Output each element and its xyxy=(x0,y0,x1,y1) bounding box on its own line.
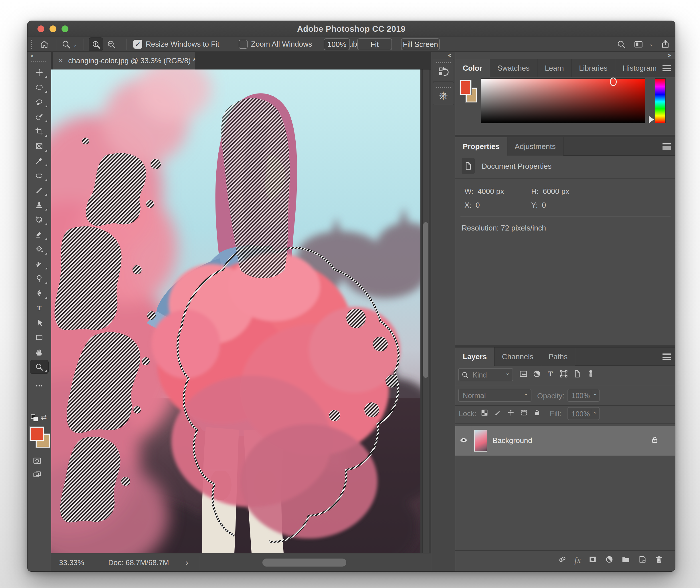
opacity-input[interactable]: 100% ⌄ xyxy=(568,389,600,402)
layer-row-background[interactable]: Background xyxy=(455,426,675,456)
dodge-tool[interactable] xyxy=(30,272,49,285)
zoom-out-button[interactable] xyxy=(106,39,116,50)
new-layer-icon[interactable] xyxy=(638,555,647,565)
hand-tool[interactable] xyxy=(30,345,49,359)
toolbar-expand-icon[interactable]: » xyxy=(30,52,34,59)
foreground-color-swatch[interactable] xyxy=(30,427,44,441)
history-brush-tool[interactable] xyxy=(30,213,49,227)
layer-name[interactable]: Background xyxy=(493,436,532,445)
type-tool[interactable]: T xyxy=(30,301,49,315)
fill-screen-button[interactable]: Fill Screen xyxy=(401,38,440,50)
width-value[interactable]: 4000 px xyxy=(478,187,504,196)
option-checkbox-resize-windows-to-fit[interactable]: ✓Resize Windows to Fit xyxy=(133,40,219,49)
adjustment-icon[interactable] xyxy=(605,555,614,565)
options-grip[interactable] xyxy=(30,39,33,49)
lasso-tool[interactable] xyxy=(30,95,49,109)
filter-toggle-filter-icon[interactable] xyxy=(586,369,595,380)
layers-tab-paths[interactable]: Paths xyxy=(541,347,576,366)
type-filter-icon[interactable]: T xyxy=(546,369,555,380)
fit-screen-button[interactable]: Fit Screen xyxy=(357,38,392,50)
checkbox-unchecked-icon[interactable] xyxy=(239,40,247,49)
dock-collapse-icon[interactable]: « xyxy=(448,52,452,58)
toolbar-grip[interactable] xyxy=(31,60,47,62)
share-icon[interactable] xyxy=(661,39,670,50)
quick-selection-tool[interactable] xyxy=(30,110,49,124)
trash-icon[interactable] xyxy=(655,555,664,565)
option-checkbox-zoom-all-windows[interactable]: Zoom All Windows xyxy=(239,40,312,49)
color-tab-libraries[interactable]: Libraries xyxy=(572,59,615,77)
color-field[interactable] xyxy=(481,78,645,123)
y-value[interactable]: 0 xyxy=(542,201,546,209)
adjustment-filter-icon[interactable] xyxy=(532,369,542,380)
horizontal-scrollbar-thumb[interactable] xyxy=(262,559,346,567)
history-panel-button[interactable] xyxy=(433,59,454,82)
properties-panel-menu-icon[interactable] xyxy=(663,143,671,150)
zoom-in-button[interactable] xyxy=(89,37,103,51)
shape-filter-icon[interactable] xyxy=(559,369,568,380)
crop-tool[interactable] xyxy=(30,124,49,138)
image-filter-icon[interactable] xyxy=(519,369,528,380)
layers-tab-layers[interactable]: Layers xyxy=(455,347,495,366)
zoom-level[interactable]: 33.33% xyxy=(59,553,84,572)
hue-strip[interactable] xyxy=(655,78,666,123)
layer-thumbnail[interactable] xyxy=(474,430,487,452)
navigator-panel-button[interactable]: ⎈ xyxy=(433,82,454,105)
mask-icon[interactable] xyxy=(588,555,597,565)
color-tab-swatches[interactable]: Swatches xyxy=(490,59,538,77)
color-foreground-swatch[interactable] xyxy=(460,80,471,95)
frame-tool[interactable] xyxy=(30,139,49,153)
path-select-tool[interactable] xyxy=(30,316,49,330)
height-value[interactable]: 6000 px xyxy=(543,187,569,196)
title-bar[interactable]: Adobe Photoshop CC 2019 xyxy=(27,21,675,37)
fill-input[interactable]: 100% ⌄ xyxy=(568,407,600,420)
canvas[interactable] xyxy=(51,69,431,553)
lock-frame-icon[interactable] xyxy=(520,409,528,418)
screen-mode-icon[interactable] xyxy=(33,470,42,480)
hue-slider-arrow[interactable] xyxy=(649,116,654,123)
x-value[interactable]: 0 xyxy=(476,201,480,209)
layers-panel-menu-icon[interactable] xyxy=(663,353,671,360)
eraser-tool[interactable] xyxy=(30,228,49,241)
color-tab-learn[interactable]: Learn xyxy=(538,59,572,77)
color-tab-color[interactable]: Color xyxy=(455,59,490,77)
fx-icon[interactable]: fx xyxy=(574,555,581,565)
rectangle-tool[interactable] xyxy=(30,331,49,344)
lock-checkerboard-icon[interactable] xyxy=(481,409,489,418)
layer-visibility-toggle[interactable] xyxy=(455,426,472,456)
search-icon[interactable] xyxy=(616,39,626,50)
kind-filter-dropdown[interactable]: Kind ⌄ xyxy=(458,368,513,381)
document-tab[interactable]: × changing-color.jpg @ 33.3% (RGB/8) * xyxy=(53,52,195,69)
color-tab-histogram[interactable]: Histogram xyxy=(615,59,664,77)
clone-stamp-tool[interactable] xyxy=(30,198,49,212)
properties-tab-properties[interactable]: Properties xyxy=(455,137,507,156)
elliptical-marquee-tool[interactable] xyxy=(30,80,49,94)
home-icon[interactable] xyxy=(39,39,49,50)
pen-tool[interactable] xyxy=(30,287,49,300)
zoom-percent-button[interactable]: 100% xyxy=(324,38,350,50)
color-panel-menu-icon[interactable] xyxy=(663,65,671,71)
smart-object-filter-icon[interactable] xyxy=(573,369,582,380)
checkbox-checked-icon[interactable]: ✓ xyxy=(133,40,142,49)
color-field-marker[interactable] xyxy=(610,78,617,86)
folder-icon[interactable] xyxy=(621,555,630,565)
smudge-tool[interactable] xyxy=(30,257,49,271)
edit-toolbar-tool[interactable] xyxy=(30,379,49,393)
lock-move-icon[interactable] xyxy=(507,409,515,418)
status-chevron-icon[interactable]: › xyxy=(185,553,188,572)
lock-brush-icon[interactable] xyxy=(494,409,502,418)
paint-bucket-tool[interactable] xyxy=(30,242,49,256)
swap-colors-icon[interactable]: ⇄ xyxy=(41,413,47,422)
vertical-scrollbar-thumb[interactable] xyxy=(423,222,428,378)
blend-mode-dropdown[interactable]: Normal ⌄ xyxy=(458,389,532,402)
vertical-scrollbar[interactable] xyxy=(423,69,429,553)
move-tool[interactable] xyxy=(30,65,49,79)
workspace-switcher-icon[interactable] xyxy=(634,39,643,50)
brush-tool[interactable] xyxy=(30,183,49,197)
panels-expand-icon[interactable]: » xyxy=(668,52,672,58)
zoom-tool-icon[interactable]: ⌄ xyxy=(61,39,77,50)
properties-tab-adjustments[interactable]: Adjustments xyxy=(507,137,564,156)
close-tab-icon[interactable]: × xyxy=(58,56,63,65)
link-icon[interactable] xyxy=(558,555,567,565)
quick-mask-icon[interactable] xyxy=(33,456,42,466)
layers-tab-channels[interactable]: Channels xyxy=(495,347,541,366)
